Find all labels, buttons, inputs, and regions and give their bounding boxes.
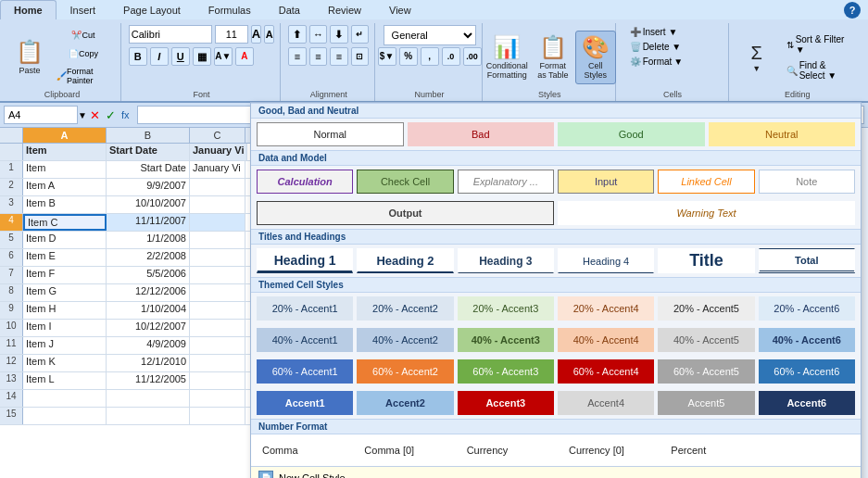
format-painter-button[interactable]: 🖌️ Format Painter <box>52 64 115 88</box>
font-shrink-button[interactable]: A <box>264 25 274 44</box>
style-60-accent5[interactable]: 60% - Accent5 <box>658 359 754 384</box>
style-bad[interactable]: Bad <box>408 122 555 146</box>
cell-b[interactable]: 2/2/2008 <box>107 249 190 266</box>
cell-c[interactable] <box>190 372 245 389</box>
find-select-button[interactable]: 🔍 Find & Select ▼ <box>780 58 859 82</box>
style-accent2[interactable]: Accent2 <box>357 391 453 415</box>
new-cell-style-item[interactable]: 📄 New Cell Style... <box>251 466 861 478</box>
cell-a[interactable]: Item B <box>23 196 107 213</box>
cell-a[interactable]: Item <box>23 161 107 178</box>
wrap-text-button[interactable]: ↵ <box>351 25 370 44</box>
currency-button[interactable]: $▼ <box>378 47 396 66</box>
col-header-b[interactable]: B <box>107 128 190 143</box>
style-20-accent6[interactable]: 20% - Accent6 <box>759 296 855 321</box>
style-calculation[interactable]: Calculation <box>257 170 353 194</box>
cell-a[interactable]: Item J <box>23 337 107 354</box>
sort-filter-button[interactable]: ⇅ Sort & Filter ▼ <box>780 32 859 57</box>
style-title[interactable]: Title <box>658 248 754 273</box>
insert-button[interactable]: ➕ Insert ▼ <box>623 25 723 39</box>
style-40-accent1[interactable]: 40% - Accent1 <box>257 328 353 352</box>
style-total[interactable]: Total <box>759 248 855 273</box>
style-40-accent6[interactable]: 40% - Accent6 <box>759 328 855 352</box>
cell-a[interactable]: Item G <box>23 284 107 301</box>
cell-c[interactable] <box>190 302 245 319</box>
style-40-accent2[interactable]: 40% - Accent2 <box>357 328 453 352</box>
cell-c[interactable] <box>190 320 245 336</box>
comma-button[interactable]: , <box>421 47 439 66</box>
cell-b[interactable]: 10/10/2007 <box>107 196 190 213</box>
confirm-formula-button[interactable]: ✓ <box>103 108 119 122</box>
tab-view[interactable]: View <box>375 0 425 19</box>
cell-c[interactable] <box>190 390 245 407</box>
align-left-button[interactable]: ≡ <box>288 47 307 66</box>
cell-c[interactable] <box>190 232 245 248</box>
style-20-accent4[interactable]: 20% - Accent4 <box>558 296 654 321</box>
name-box-expand[interactable]: ▼ <box>78 110 87 120</box>
delete-button[interactable]: 🗑️ Delete ▼ <box>623 40 723 54</box>
style-40-accent5[interactable]: 40% - Accent5 <box>658 328 754 352</box>
cell-a[interactable]: Item I <box>23 320 107 336</box>
fill-color-button[interactable]: A▼ <box>214 47 233 66</box>
cell-c[interactable] <box>190 249 245 266</box>
autosum-button[interactable]: Σ ▼ <box>736 31 777 84</box>
style-neutral[interactable]: Neutral <box>709 122 856 146</box>
cell-c[interactable]: January Vi <box>190 161 245 178</box>
paste-button[interactable]: 📋 Paste <box>9 31 50 84</box>
style-60-accent2[interactable]: 60% - Accent2 <box>357 359 453 384</box>
cell-c[interactable] <box>190 214 245 231</box>
cell-a[interactable]: Item C <box>23 214 107 231</box>
col-header-a[interactable]: A <box>23 128 107 143</box>
align-right-button[interactable]: ≡ <box>330 47 348 66</box>
style-heading2[interactable]: Heading 2 <box>357 248 453 273</box>
cell-b[interactable]: 10/12/2007 <box>107 320 190 336</box>
cell-a[interactable]: Item A <box>23 179 107 195</box>
merge-button[interactable]: ⊡ <box>351 47 370 66</box>
decrease-decimal-button[interactable]: .0 <box>442 47 460 66</box>
cell-header-a[interactable]: Item <box>23 144 107 160</box>
style-60-accent1[interactable]: 60% - Accent1 <box>257 359 353 384</box>
font-color-button[interactable]: A <box>235 47 254 66</box>
style-accent6[interactable]: Accent6 <box>759 391 855 415</box>
tab-review[interactable]: Review <box>314 0 375 19</box>
cancel-formula-button[interactable]: ✕ <box>87 108 103 122</box>
cell-c[interactable] <box>190 337 245 354</box>
cell-b[interactable]: 9/9/2007 <box>107 179 190 195</box>
style-60-accent6[interactable]: 60% - Accent6 <box>759 359 855 384</box>
style-linked-cell[interactable]: Linked Cell <box>658 170 754 194</box>
cell-b[interactable]: 11/12/2005 <box>107 372 190 389</box>
style-heading1[interactable]: Heading 1 <box>257 248 353 273</box>
cell-a[interactable]: Item L <box>23 372 107 389</box>
style-percent[interactable]: Percent <box>665 438 763 462</box>
style-20-accent5[interactable]: 20% - Accent5 <box>658 296 754 321</box>
align-center-button[interactable]: ≡ <box>309 47 328 66</box>
cell-b[interactable]: 1/10/2004 <box>107 302 190 319</box>
tab-insert[interactable]: Insert <box>57 0 110 19</box>
tab-formulas[interactable]: Formulas <box>195 0 265 19</box>
style-60-accent4[interactable]: 60% - Accent4 <box>558 359 654 384</box>
cell-b[interactable]: 12/12/2006 <box>107 284 190 301</box>
cell-a[interactable] <box>23 390 107 407</box>
cell-c[interactable] <box>190 408 245 424</box>
style-accent3[interactable]: Accent3 <box>458 391 554 415</box>
align-bottom-button[interactable]: ⬇ <box>330 25 348 44</box>
style-warning[interactable]: Warning Text <box>558 201 855 225</box>
tab-data[interactable]: Data <box>265 0 314 19</box>
align-middle-button[interactable]: ↔ <box>309 25 328 44</box>
col-header-c[interactable]: C <box>190 128 245 143</box>
style-heading3[interactable]: Heading 3 <box>458 248 554 273</box>
number-format-select[interactable]: General <box>384 25 476 45</box>
font-grow-button[interactable]: A <box>251 25 261 44</box>
style-accent1[interactable]: Accent1 <box>257 391 353 415</box>
cut-button[interactable]: ✂️ Cut <box>52 27 115 44</box>
cell-b[interactable]: 5/5/2006 <box>107 267 190 283</box>
cell-b[interactable]: 11/11/2007 <box>107 214 190 231</box>
cell-b[interactable] <box>107 390 190 407</box>
style-comma[interactable]: Comma <box>257 438 355 462</box>
cell-c[interactable] <box>190 179 245 195</box>
cell-b[interactable] <box>107 408 190 424</box>
conditional-formatting-button[interactable]: 📊 ConditionalFormatting <box>484 31 531 84</box>
cell-c[interactable] <box>190 267 245 283</box>
cell-a[interactable]: Item K <box>23 355 107 371</box>
style-input[interactable]: Input <box>558 170 654 194</box>
style-20-accent2[interactable]: 20% - Accent2 <box>357 296 453 321</box>
